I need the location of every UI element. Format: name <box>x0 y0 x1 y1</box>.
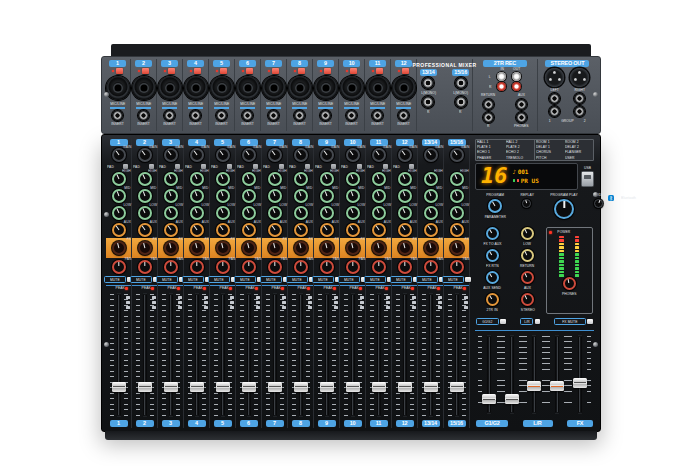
mid-knob[interactable] <box>138 189 152 203</box>
group1-fader[interactable] <box>478 333 501 416</box>
fader-cap[interactable] <box>550 381 564 391</box>
aux-knob[interactable] <box>216 223 230 237</box>
mute-button[interactable]: MUTE <box>182 276 204 283</box>
aux-knob[interactable] <box>268 223 282 237</box>
high-knob[interactable] <box>346 172 360 186</box>
channel-option-button[interactable] <box>465 277 471 283</box>
program-knob[interactable] <box>488 199 502 213</box>
high-knob[interactable] <box>294 172 308 186</box>
program-play-knob[interactable] <box>554 199 574 219</box>
low-knob[interactable] <box>164 206 178 220</box>
high-knob[interactable] <box>372 172 386 186</box>
high-knob[interactable] <box>216 172 230 186</box>
pan-knob[interactable] <box>112 260 126 274</box>
mic-level-button[interactable] <box>350 68 357 74</box>
fader-cap[interactable] <box>505 394 519 404</box>
pan-knob[interactable] <box>398 260 412 274</box>
low-knob[interactable] <box>320 206 334 220</box>
gain-knob[interactable] <box>112 148 126 162</box>
low-knob[interactable] <box>450 206 464 220</box>
gain-knob[interactable] <box>242 148 256 162</box>
high-knob[interactable] <box>450 172 464 186</box>
fx-knob[interactable] <box>424 241 438 255</box>
fx-fader[interactable] <box>568 333 591 416</box>
mid-knob[interactable] <box>346 189 360 203</box>
mic-level-button[interactable] <box>298 68 305 74</box>
master-mid-knob-4[interactable] <box>521 293 534 306</box>
mic-level-button[interactable] <box>376 68 383 74</box>
pan-knob[interactable] <box>450 260 464 274</box>
pan-knob[interactable] <box>190 260 204 274</box>
fx-knob[interactable] <box>190 241 204 255</box>
mid-knob[interactable] <box>320 189 334 203</box>
usb-port[interactable] <box>581 171 594 187</box>
gain-knob[interactable] <box>424 148 438 162</box>
channel-fader[interactable] <box>214 291 232 419</box>
high-knob[interactable] <box>138 172 152 186</box>
channel-fader[interactable] <box>318 291 336 419</box>
master-option-button[interactable] <box>587 319 593 325</box>
mute-button[interactable]: MUTE <box>364 276 386 283</box>
fx-knob[interactable] <box>242 241 256 255</box>
master-button-3[interactable]: FX MUTE <box>554 318 586 325</box>
pan-knob[interactable] <box>320 260 334 274</box>
master-button-1[interactable]: G1/G2 <box>476 318 499 325</box>
mic-level-button[interactable] <box>168 68 175 74</box>
low-knob[interactable] <box>268 206 282 220</box>
low-knob[interactable] <box>216 206 230 220</box>
master-button-2[interactable]: L/R <box>520 318 534 325</box>
mid-knob[interactable] <box>164 189 178 203</box>
channel-fader[interactable] <box>110 291 128 419</box>
fx-knob[interactable] <box>268 241 282 255</box>
gain-knob[interactable] <box>320 148 334 162</box>
aux-knob[interactable] <box>190 223 204 237</box>
mid-knob[interactable] <box>112 189 126 203</box>
channel-fader[interactable] <box>136 291 154 419</box>
channel-fader[interactable] <box>344 291 362 419</box>
aux-knob[interactable] <box>242 223 256 237</box>
mic-level-button[interactable] <box>116 68 123 74</box>
master-left-knob-4[interactable] <box>486 293 499 306</box>
channel-fader[interactable] <box>240 291 258 419</box>
channel-fader[interactable] <box>370 291 388 419</box>
fx-knob[interactable] <box>164 241 178 255</box>
high-knob[interactable] <box>424 172 438 186</box>
mid-knob[interactable] <box>242 189 256 203</box>
aux-knob[interactable] <box>294 223 308 237</box>
mid-knob[interactable] <box>398 189 412 203</box>
mid-knob[interactable] <box>294 189 308 203</box>
mute-button[interactable]: MUTE <box>338 276 360 283</box>
channel-fader[interactable] <box>188 291 206 419</box>
low-knob[interactable] <box>424 206 438 220</box>
high-knob[interactable] <box>112 172 126 186</box>
channel-fader[interactable] <box>448 291 466 419</box>
fader-cap[interactable] <box>527 381 541 391</box>
high-knob[interactable] <box>190 172 204 186</box>
gain-knob[interactable] <box>190 148 204 162</box>
channel-fader[interactable] <box>266 291 284 419</box>
aux-knob[interactable] <box>346 223 360 237</box>
fader-cap[interactable] <box>573 378 587 388</box>
mute-button[interactable]: MUTE <box>416 276 438 283</box>
replay-knob[interactable] <box>522 199 531 208</box>
mid-knob[interactable] <box>450 189 464 203</box>
mute-button[interactable]: MUTE <box>208 276 230 283</box>
low-knob[interactable] <box>398 206 412 220</box>
mid-knob[interactable] <box>216 189 230 203</box>
mute-button[interactable]: MUTE <box>260 276 282 283</box>
master-left-knob-1[interactable] <box>486 227 499 240</box>
master-mid-knob-2[interactable] <box>521 249 534 262</box>
low-knob[interactable] <box>190 206 204 220</box>
master-option-button[interactable] <box>535 319 541 325</box>
gain-knob[interactable] <box>346 148 360 162</box>
pan-knob[interactable] <box>294 260 308 274</box>
mid-knob[interactable] <box>268 189 282 203</box>
mute-button[interactable]: MUTE <box>156 276 178 283</box>
mid-knob[interactable] <box>190 189 204 203</box>
fx-knob[interactable] <box>112 241 126 255</box>
mic-level-button[interactable] <box>246 68 253 74</box>
high-knob[interactable] <box>320 172 334 186</box>
fader-cap[interactable] <box>372 382 386 392</box>
mid-knob[interactable] <box>372 189 386 203</box>
aux-knob[interactable] <box>112 223 126 237</box>
